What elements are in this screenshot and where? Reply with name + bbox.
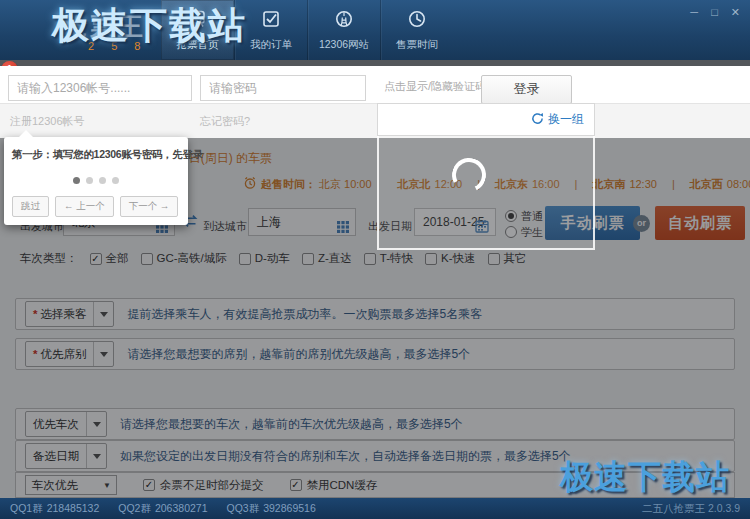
sale-time-label: 起售时间： bbox=[261, 177, 316, 192]
status-bar: QQ1群218485132 QQ2群206380271 QQ3群39286951… bbox=[0, 498, 750, 519]
app-version: 二五八抢票王 2.0.3.9 bbox=[642, 502, 740, 516]
qq-group-3: QQ3群392869516 bbox=[227, 502, 320, 516]
train-type-z[interactable]: Z-直达 bbox=[302, 251, 352, 266]
checkbox-icon bbox=[302, 253, 314, 265]
tab-label: 抢票首页 bbox=[177, 38, 219, 52]
tab-grab-home[interactable]: 抢票首页 bbox=[161, 0, 234, 60]
title-bar: 抢票王 2 5 8 抢票首页 我的订单 12306网站 bbox=[0, 0, 750, 61]
dot bbox=[112, 177, 119, 184]
main-nav: 抢票首页 我的订单 12306网站 售票时间 bbox=[161, 0, 453, 60]
dot bbox=[86, 177, 93, 184]
previous-button[interactable]: ← 上一个 bbox=[55, 196, 114, 217]
train-type-other[interactable]: 其它 bbox=[488, 251, 527, 266]
tour-progress-dots bbox=[12, 170, 180, 188]
refresh-icon[interactable] bbox=[531, 111, 544, 129]
auto-refresh-button[interactable]: 自动刷票 bbox=[655, 206, 745, 240]
to-city-label: 到达城市 bbox=[203, 219, 247, 234]
captcha-image-area[interactable] bbox=[377, 136, 595, 250]
station-time: 北京南12:30 bbox=[592, 177, 657, 192]
tab-label: 12306网站 bbox=[319, 38, 369, 52]
chevron-down-icon: ▼ bbox=[103, 481, 116, 490]
row-description: 提前选择乘车人，有效提高抢票成功率。一次购票最多选择5名乘客 bbox=[127, 306, 482, 323]
chevron-down-icon bbox=[93, 342, 113, 366]
train-type-d[interactable]: D-动车 bbox=[239, 251, 290, 266]
app-logo-subtext: 2 5 8 bbox=[88, 40, 147, 52]
row-description: 请选择您最想要的车次，越靠前的车次优先级越高，最多选择5个 bbox=[120, 416, 463, 433]
row-description: 如果您设定的出发日期没有符合的席别和车次，自动选择备选日期的票，最多选择5个 bbox=[120, 448, 571, 465]
chevron-down-icon bbox=[86, 412, 106, 436]
backup-dates-dropdown[interactable]: 备选日期 bbox=[25, 443, 107, 469]
railway-icon bbox=[334, 9, 354, 33]
to-city-field[interactable]: 上海 bbox=[248, 208, 356, 236]
skip-button[interactable]: 跳过 bbox=[12, 196, 49, 217]
checkbox-icon bbox=[364, 253, 376, 265]
chevron-down-icon bbox=[93, 302, 113, 326]
required-asterisk: * bbox=[33, 348, 37, 360]
app-window: 抢票王 2 5 8 抢票首页 我的订单 12306网站 bbox=[0, 0, 750, 519]
tab-my-orders[interactable]: 我的订单 bbox=[234, 0, 307, 60]
checkbox-icon bbox=[239, 253, 251, 265]
login-button[interactable]: 登录 bbox=[481, 75, 572, 104]
tour-tooltip: 第一步：填写您的12306账号密码，先登录 跳过 ← 上一个 下一个 → bbox=[4, 137, 188, 225]
checkbox-checked-icon: ✓ bbox=[90, 253, 102, 265]
chevron-down-icon bbox=[86, 444, 106, 468]
qq-group-1: QQ1群218485132 bbox=[10, 502, 103, 516]
refresh-captcha-link[interactable]: 换一组 bbox=[548, 111, 584, 128]
next-button[interactable]: 下一个 → bbox=[120, 196, 179, 217]
priority-mode-select[interactable]: 车次优先 ▼ bbox=[25, 475, 117, 495]
login-links-row: 注册12306帐号 忘记密码? bbox=[0, 103, 750, 138]
app-logo: 抢票王 bbox=[62, 10, 146, 43]
forgot-password-link[interactable]: 忘记密码? bbox=[200, 114, 250, 129]
select-passengers-dropdown[interactable]: *选择乘客 bbox=[25, 301, 114, 327]
seat-priority-dropdown[interactable]: *优先席别 bbox=[25, 341, 114, 367]
tab-label: 售票时间 bbox=[396, 38, 438, 52]
close-button[interactable]: ✕ bbox=[731, 5, 740, 19]
separator: | bbox=[672, 178, 675, 190]
tab-12306-site[interactable]: 12306网站 bbox=[307, 0, 380, 60]
train-type-k[interactable]: K-快速 bbox=[425, 251, 476, 266]
window-controls: ─ □ ✕ bbox=[690, 5, 740, 19]
password-input[interactable] bbox=[200, 75, 366, 101]
checkbox-icon bbox=[425, 253, 437, 265]
checkbox-checked-icon: ✓ bbox=[290, 479, 302, 491]
captcha-refresh-row: 换一组 bbox=[377, 103, 595, 136]
login-panel: 1 点击显示/隐藏验证码 登录 注册12306帐号 忘记密码? bbox=[0, 66, 750, 137]
station-time: 北京西08:00 bbox=[690, 177, 750, 192]
orders-icon bbox=[261, 9, 281, 33]
partial-submit-checkbox[interactable]: ✓ 余票不足时部分提交 bbox=[143, 478, 264, 493]
alarm-icon bbox=[243, 176, 257, 192]
train-icon bbox=[188, 9, 208, 33]
required-asterisk: * bbox=[33, 308, 37, 320]
clock-icon bbox=[407, 9, 427, 33]
train-type-row: 车次类型： ✓全部 GC-高铁/城际 D-动车 Z-直达 T-特快 K-快速 其… bbox=[20, 251, 527, 266]
disable-cdn-checkbox[interactable]: ✓ 禁用CDN缓存 bbox=[290, 478, 378, 493]
train-type-all[interactable]: ✓全部 bbox=[90, 251, 129, 266]
option-row-train-priority: 优先车次 请选择您最想要的车次，越靠前的车次优先级越高，最多选择5个 bbox=[15, 408, 735, 440]
minimize-button[interactable]: ─ bbox=[690, 5, 698, 19]
dot bbox=[99, 177, 106, 184]
submit-options-row: 车次优先 ▼ ✓ 余票不足时部分提交 ✓ 禁用CDN缓存 bbox=[15, 472, 735, 498]
or-badge: or bbox=[633, 215, 650, 232]
qq-group-list: QQ1群218485132 QQ2群206380271 QQ3群39286951… bbox=[10, 502, 320, 516]
checkbox-icon bbox=[141, 253, 153, 265]
login-row: 点击显示/隐藏验证码 登录 bbox=[0, 66, 750, 103]
register-link[interactable]: 注册12306帐号 bbox=[10, 114, 85, 129]
dot-active bbox=[73, 177, 80, 184]
tour-buttons: 跳过 ← 上一个 下一个 → bbox=[12, 196, 180, 217]
captcha-toggle-link[interactable]: 点击显示/隐藏验证码 bbox=[384, 79, 486, 94]
checkbox-icon bbox=[488, 253, 500, 265]
tab-label: 我的订单 bbox=[250, 38, 292, 52]
qq-group-2: QQ2群206380271 bbox=[118, 502, 211, 516]
tab-sale-times[interactable]: 售票时间 bbox=[380, 0, 453, 60]
train-priority-dropdown[interactable]: 优先车次 bbox=[25, 411, 107, 437]
sale-time-beijing: 北京 10:00 bbox=[319, 177, 372, 192]
account-input[interactable] bbox=[8, 75, 192, 101]
tour-step-text: 第一步：填写您的12306账号密码，先登录 bbox=[12, 148, 180, 162]
checkbox-checked-icon: ✓ bbox=[143, 479, 155, 491]
city-grid-icon[interactable] bbox=[337, 216, 349, 242]
train-type-gc[interactable]: GC-高铁/城际 bbox=[141, 251, 227, 266]
train-type-t[interactable]: T-特快 bbox=[364, 251, 413, 266]
train-type-label: 车次类型： bbox=[20, 251, 78, 266]
option-row-passengers: *选择乘客 提前选择乘车人，有效提高抢票成功率。一次购票最多选择5名乘客 bbox=[15, 298, 735, 330]
maximize-button[interactable]: □ bbox=[711, 5, 718, 19]
